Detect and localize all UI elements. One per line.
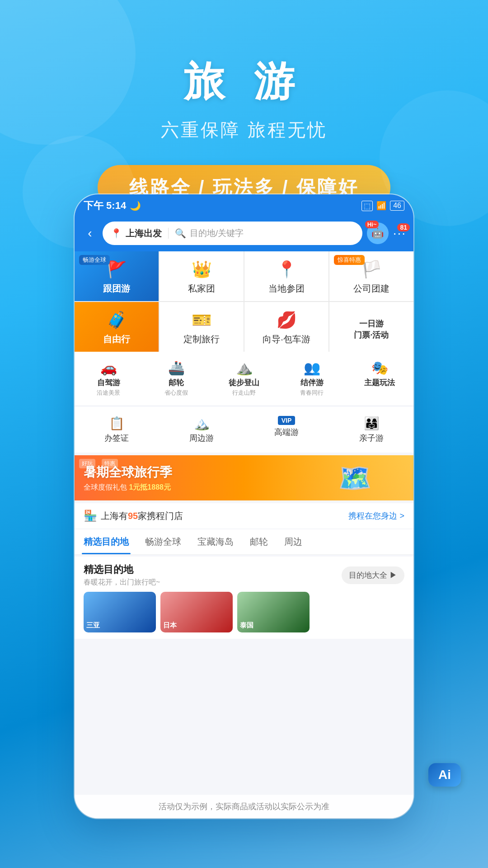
local-tour-label: 当地参团 (268, 283, 305, 295)
service-item-nearby[interactable]: 🏔️ 周边游 (160, 411, 244, 448)
companion-desc: 青春同行 (300, 389, 324, 397)
sub-item-hiking[interactable]: ⛰️ 徒步登山 行走山野 (210, 356, 278, 401)
promo-banner[interactable]: 暑期全球旅行季 全球度假礼包 1元抵1888元 🗺️ 好玩 特惠 (75, 455, 413, 500)
sub-item-driving[interactable]: 🚗 自驾游 沿途美景 (75, 356, 142, 401)
dest-cards: 三亚 日本 泰国 (84, 592, 404, 632)
service-item-visa[interactable]: 📋 办签证 (75, 411, 159, 448)
search-bar[interactable]: 📍 上海出发 🔍 目的地/关键字 (103, 222, 362, 245)
menu-item-guide-car[interactable]: 💋 向导·包车游 (244, 302, 328, 352)
private-tour-icon: 👑 (192, 260, 212, 279)
back-button[interactable]: ‹ (82, 226, 98, 241)
menu-item-company-tour[interactable]: 惊喜特惠 🏳️ 公司团建 (329, 251, 413, 301)
promo-highlight: 1元抵1888元 (129, 483, 171, 491)
dest-header: 精选目的地 春暖花开，出门旅行吧~ 目的地大全 ▶ (84, 563, 404, 587)
service-item-family[interactable]: 👨‍👩‍👧 亲子游 (329, 411, 413, 448)
companion-label: 结伴游 (300, 377, 324, 388)
menu-item-private-tour[interactable]: 👑 私家团 (160, 251, 244, 301)
free-travel-icon: 🧳 (107, 311, 127, 330)
companion-icon: 👥 (304, 360, 320, 376)
store-prefix: 上海有 (101, 511, 128, 521)
service-row: 📋 办签证 🏔️ 周边游 VIP 高端游 👨‍👩‍👧 亲子游 (75, 407, 413, 453)
disclaimer: 活动仅为示例，实际商品或活动以实际公示为准 (75, 795, 413, 818)
app-content: 畅游全球 🚩 跟团游 👑 私家团 📍 当地参团 惊喜特惠 🏳️ 公司团建 (75, 251, 413, 818)
driving-icon: 🚗 (100, 360, 117, 376)
location-icon: 📍 (111, 228, 122, 239)
tab-world[interactable]: 畅游全球 (143, 529, 183, 554)
phone-mockup: 下午 5:14 🌙 ⬚ 📶 46 ‹ 📍 上海出发 🔍 目的地/关键字 🤖 (75, 194, 413, 818)
user-avatar[interactable]: 🤖 Hi~ (367, 222, 389, 244)
day-tour-label: 一日游门票·活动 (354, 318, 389, 341)
group-tour-badge: 畅游全球 (79, 255, 110, 265)
cruise-icon: 🚢 (168, 360, 185, 376)
cruise-label: 邮轮 (169, 377, 184, 388)
status-bar: 下午 5:14 🌙 ⬚ 📶 46 (75, 194, 413, 217)
theme-label: 主题玩法 (364, 377, 395, 388)
search-placeholder: 目的地/关键字 (190, 227, 244, 239)
status-time: 下午 5:14 (84, 199, 126, 212)
menu-item-custom-travel[interactable]: 🎫 定制旅行 (160, 302, 244, 352)
visa-label: 办签证 (104, 433, 129, 443)
visa-icon: 📋 (109, 416, 125, 431)
promo-sub-text: 全球度假礼包 (84, 483, 129, 491)
tab-nearby[interactable]: 周边 (282, 529, 304, 554)
company-badge: 惊喜特惠 (334, 255, 365, 265)
family-label: 亲子游 (359, 433, 384, 443)
dest-card-japan[interactable]: 日本 (160, 592, 233, 632)
store-suffix: 家携程门店 (138, 511, 183, 521)
menu-item-free-travel[interactable]: 🧳 自由行 (75, 302, 159, 352)
company-label: 公司团建 (353, 283, 389, 295)
menu-item-day-tour[interactable]: 一日游门票·活动 (329, 302, 413, 352)
tab-island[interactable]: 宝藏海岛 (196, 529, 235, 554)
dest-card-thailand-name: 泰国 (240, 621, 253, 630)
hiking-desc: 行走山野 (232, 389, 256, 397)
luxury-label: 高端游 (274, 427, 299, 438)
custom-travel-label: 定制旅行 (183, 333, 220, 345)
service-item-luxury[interactable]: VIP 高端游 (244, 411, 328, 448)
sub-menu: 🚗 自驾游 沿途美景 🚢 邮轮 省心度假 ⛰️ 徒步登山 行走山野 👥 结伴游 (75, 352, 413, 405)
dest-card-sanya[interactable]: 三亚 (84, 592, 156, 632)
moon-icon: 🌙 (130, 200, 141, 211)
dest-all-button[interactable]: 目的地大全 ▶ (342, 566, 404, 584)
hi-badge: Hi~ (365, 221, 379, 228)
sub-item-theme[interactable]: 🎭 主题玩法 (346, 356, 413, 401)
dest-card-japan-name: 日本 (163, 621, 177, 630)
battery-icon: 46 (390, 201, 404, 211)
menu-item-local-tour[interactable]: 📍 当地参团 (244, 251, 328, 301)
wifi-icon: 📶 (376, 201, 386, 211)
store-link[interactable]: 携程在您身边 > (348, 510, 404, 521)
menu-grid: 畅游全球 🚩 跟团游 👑 私家团 📍 当地参团 惊喜特惠 🏳️ 公司团建 (75, 251, 413, 352)
dest-card-sanya-name: 三亚 (86, 621, 100, 630)
driving-label: 自驾游 (97, 377, 120, 388)
tab-featured[interactable]: 精选目的地 (82, 529, 131, 554)
hiking-icon: ⛰️ (236, 360, 253, 376)
store-icon: 🏪 (84, 509, 97, 522)
promo-sub: 全球度假礼包 1元抵1888元 (84, 483, 172, 492)
promo-illustration: 🗺️ (296, 455, 413, 500)
store-text: 上海有95家携程门店 (101, 510, 183, 522)
more-button[interactable]: ··· 81 (393, 226, 406, 241)
local-tour-icon: 📍 (277, 260, 297, 279)
menu-item-group-tour[interactable]: 畅游全球 🚩 跟团游 (75, 251, 159, 301)
guide-car-label: 向导·包车游 (263, 333, 310, 345)
dest-subtitle: 春暖花开，出门旅行吧~ (84, 578, 160, 587)
driving-desc: 沿途美景 (97, 389, 120, 397)
guide-car-icon: 💋 (277, 311, 297, 330)
free-travel-label: 自由行 (103, 333, 130, 345)
store-info: 🏪 上海有95家携程门店 携程在您身边 > (75, 503, 413, 528)
tab-cruise[interactable]: 邮轮 (248, 529, 270, 554)
nearby-icon: 🏔️ (194, 416, 210, 431)
nav-actions: 🤖 Hi~ ··· 81 (367, 222, 406, 244)
destination-section: 精选目的地 春暖花开，出门旅行吧~ 目的地大全 ▶ 三亚 日本 泰国 (75, 557, 413, 639)
vip-badge: VIP (278, 416, 296, 425)
notification-badge: 81 (397, 223, 410, 231)
dest-title: 精选目的地 (84, 563, 160, 576)
nav-bar: ‹ 📍 上海出发 🔍 目的地/关键字 🤖 Hi~ ··· 81 (75, 217, 413, 251)
status-icons: ⬚ 📶 46 (361, 201, 404, 211)
dest-card-thailand[interactable]: 泰国 (237, 592, 310, 632)
search-divider (168, 228, 169, 239)
cruise-desc: 省心度假 (164, 389, 188, 397)
private-tour-label: 私家团 (188, 283, 215, 295)
sub-item-cruise[interactable]: 🚢 邮轮 省心度假 (142, 356, 210, 401)
sub-item-companion[interactable]: 👥 结伴游 青春同行 (278, 356, 346, 401)
ai-badge[interactable]: Ai (428, 763, 461, 787)
